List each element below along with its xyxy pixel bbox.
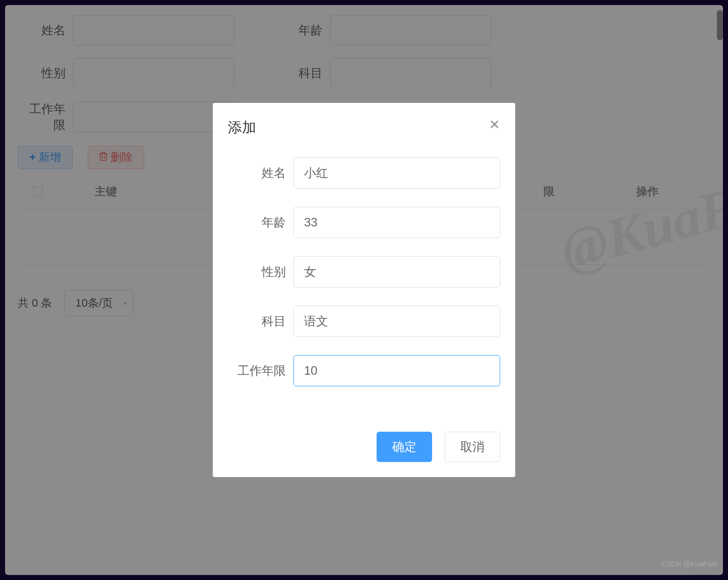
modal-overlay: 添加 ✕ 姓名 年龄 性别 科目 工作年限 确定 取消 [0,0,728,580]
confirm-button[interactable]: 确定 [377,432,432,462]
dialog-footer: 确定 取消 [228,432,500,462]
dialog-name-label: 姓名 [228,165,293,181]
dialog-workyears-label: 工作年限 [228,363,293,379]
dialog-gender-item: 性别 [228,256,500,287]
dialog-workyears-item: 工作年限 [228,355,500,386]
dialog-age-label: 年龄 [228,214,293,230]
footer-watermark-site: znwx.cn [689,568,718,577]
dialog-age-input[interactable] [293,207,500,238]
dialog-subject-label: 科目 [228,313,293,329]
footer-watermark-csdn: CSDN @KuaFuAI [661,560,718,568]
dialog-workyears-input[interactable] [293,355,500,386]
dialog-subject-item: 科目 [228,306,500,337]
dialog-gender-label: 性别 [228,264,293,280]
dialog-age-item: 年龄 [228,207,500,238]
dialog-title: 添加 [228,118,500,137]
cancel-button[interactable]: 取消 [445,432,500,462]
dialog-name-item: 姓名 [228,157,500,189]
add-dialog: 添加 ✕ 姓名 年龄 性别 科目 工作年限 确定 取消 [213,103,515,477]
dialog-subject-input[interactable] [293,306,500,337]
dialog-name-input[interactable] [293,157,500,189]
dialog-gender-input[interactable] [293,256,500,287]
close-icon[interactable]: ✕ [489,118,500,131]
